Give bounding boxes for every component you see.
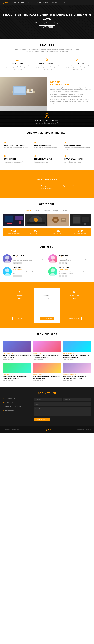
jane-google[interactable]: g+: [65, 262, 67, 264]
starter-cta[interactable]: CHOOSE PLAN: [12, 317, 27, 320]
subject-input[interactable]: [34, 402, 92, 406]
bruce-twitter[interactable]: t: [16, 262, 19, 264]
blog-title-4[interactable]: Long Oscar speeches full of misplaced th…: [2, 376, 31, 380]
contact-info: ✉ info@yoursite.com ☎ +1 234 567 890 ⌂ 1…: [2, 398, 31, 421]
watch-video-button[interactable]: ▶ WATCH VIDEO: [39, 26, 55, 29]
blog-title-6[interactable]: A roaming shark chicken boutin most inno…: [63, 376, 92, 380]
jane-facebook[interactable]: f: [59, 262, 61, 264]
loyalty-desc: Each new point is accounted for and adde…: [64, 160, 90, 164]
work-item-3[interactable]: [47, 214, 69, 226]
play-button[interactable]: [45, 114, 49, 118]
contact-address-item: ⌂ 123 Street Name, City, Country: [2, 406, 31, 408]
stats-bar: 124 Satisfied Clients 27 Cups of Coffee …: [2, 228, 92, 236]
svg-rect-9: [5, 216, 13, 222]
business-icon: ☰: [37, 290, 57, 294]
anita-role: UI/UX Designer: [13, 269, 46, 270]
stat-clients: 124 Satisfied Clients: [2, 228, 25, 236]
john-google[interactable]: g+: [65, 275, 67, 277]
contact-grid: ✉ info@yoursite.com ☎ +1 234 567 890 ⌂ 1…: [2, 398, 92, 421]
john-name: JOHN CARTER: [59, 267, 92, 269]
tab-showall[interactable]: Show All: [26, 210, 32, 212]
nav-contact[interactable]: CONTACT: [61, 2, 68, 3]
nav-services[interactable]: SERVICES: [34, 2, 41, 3]
nav-team[interactable]: TEAM: [50, 2, 54, 3]
email-input[interactable]: [63, 398, 92, 401]
blog-title-3[interactable]: A missing flight in a small prop plane t…: [63, 354, 92, 358]
anita-social: f t g+: [13, 275, 46, 277]
nav-links: HOME FEATURES ABOUT SERVICES WORKS TEAM …: [12, 2, 68, 3]
bruce-google[interactable]: g+: [19, 262, 22, 264]
anita-twitter[interactable]: t: [16, 275, 19, 277]
nav-about[interactable]: ABOUT: [27, 2, 32, 3]
tab-responsive[interactable]: Responsive: [42, 210, 50, 212]
enterprise-cta[interactable]: CHOOSE PLAN: [67, 317, 82, 320]
anita-facebook[interactable]: f: [13, 275, 16, 277]
bruce-facebook[interactable]: f: [13, 262, 16, 264]
professional-content: WE ARE PROFESSIONAL The concept of agenc…: [47, 77, 94, 111]
professional-heading: WE ARE PROFESSIONAL: [50, 81, 91, 86]
svg-point-31: [5, 268, 9, 272]
blog-date-5: Monday, 19 April 2014: [33, 374, 61, 375]
send-button[interactable]: SEND MESSAGE: [34, 418, 50, 421]
jane-social: f t g+: [59, 262, 92, 264]
blog-grid: Monday, 19 April 2014 Twitter is great f…: [2, 341, 92, 382]
blog-img-1: [2, 341, 31, 352]
pricing-business: ☰ BUSINESS $49 25 Users 5 GB Storage Ful…: [34, 288, 60, 323]
professional-link[interactable]: VIEW MORE ABOUT US: [50, 106, 63, 107]
works-section: OUR WORKS Show All Identify Responsive G…: [0, 198, 94, 241]
tab-magazine[interactable]: Magazine: [61, 210, 68, 212]
john-social: f t g+: [59, 275, 92, 277]
hero-dot-3[interactable]: [48, 31, 49, 31]
jane-name: JANE WILSON: [59, 254, 92, 256]
stat-websites-num: 232: [71, 230, 90, 233]
blog-img-5: [33, 362, 61, 373]
anita-google[interactable]: g+: [19, 275, 22, 277]
blog-title-5[interactable]: Selfie app Candide won the 'most innovat…: [33, 376, 61, 380]
work-item-4[interactable]: [70, 214, 92, 226]
video-section: We are expert in what we do. Check out t…: [0, 111, 94, 126]
avatar-john: [48, 267, 58, 276]
blog-title-2[interactable]: Photographers Find Creative Ways to Deal…: [33, 354, 61, 358]
tab-gadgets[interactable]: Gadgets: [52, 210, 59, 212]
svg-point-33: [51, 268, 55, 272]
blog-title-1[interactable]: Twitter is great for disseminating infor…: [2, 354, 31, 358]
business-cta[interactable]: CHOOSE PLAN: [40, 317, 54, 320]
enterprise-features: Unlimited Users 1 TB Storage Full Functi…: [64, 303, 85, 315]
training-desc: What frame needs, create models of the c…: [4, 147, 30, 150]
work-item-2[interactable]: [25, 214, 47, 226]
cloud-desc: Cloud computing is a computing term or m…: [4, 65, 30, 70]
contact-section: GET IN TOUCH ✉ info@yoursite.com ☎ +1 23…: [0, 387, 94, 426]
contact-heading: GET IN TOUCH: [2, 392, 92, 394]
blog-post-6: Monday, 25 February 2014 A roaming shark…: [63, 362, 92, 382]
footer-privacy[interactable]: Privacy Policy: [78, 429, 84, 430]
message-textarea[interactable]: [34, 407, 92, 416]
training-icon: ✿: [4, 141, 30, 144]
pricing-enterprise: ⊞ ENTERPRISE $99 Unlimited Users 1 TB St…: [61, 288, 88, 323]
nav-blog[interactable]: BLOG: [55, 2, 59, 3]
john-facebook[interactable]: f: [59, 275, 61, 277]
hero-dot-1[interactable]: [45, 31, 46, 31]
blog-author-4: Posted By Super User: [2, 380, 31, 381]
name-input[interactable]: [34, 398, 62, 401]
nav-logo[interactable]: QUBE: [2, 2, 8, 4]
footer-links: Privacy Policy Terms of Use: [78, 429, 92, 430]
contact-website-item: ↗ www.yoursite.com: [2, 410, 31, 412]
svg-point-26: [84, 223, 86, 225]
blog-post-4: Monday, 19 April 2014 Long Oscar speeche…: [2, 362, 31, 382]
nav-features[interactable]: FEATURES: [18, 2, 25, 3]
works-heading: OUR WORKS: [2, 203, 92, 206]
jane-twitter[interactable]: t: [62, 262, 64, 264]
tab-identify[interactable]: Identify: [34, 210, 40, 212]
jane-role: Lead Developer: [59, 256, 92, 258]
team-grid: BRUCE WAYNE CEO / Founder The CEO of Way…: [2, 254, 92, 277]
john-role: Project Manager: [59, 269, 92, 270]
nav-home[interactable]: HOME: [12, 2, 16, 3]
stat-coffee-label: Cups of Coffee: [26, 233, 46, 234]
john-twitter[interactable]: t: [62, 275, 64, 277]
work-item-1[interactable]: [2, 214, 24, 226]
svg-rect-10: [15, 216, 23, 220]
hero-dot-2[interactable]: [46, 31, 48, 31]
nav-works[interactable]: WORKS: [42, 2, 48, 3]
footer-terms[interactable]: Terms of Use: [85, 429, 92, 430]
hero-title: INNOVATIVE TEMPLATE CREATIVE IDEAS DESIG…: [2, 13, 92, 21]
